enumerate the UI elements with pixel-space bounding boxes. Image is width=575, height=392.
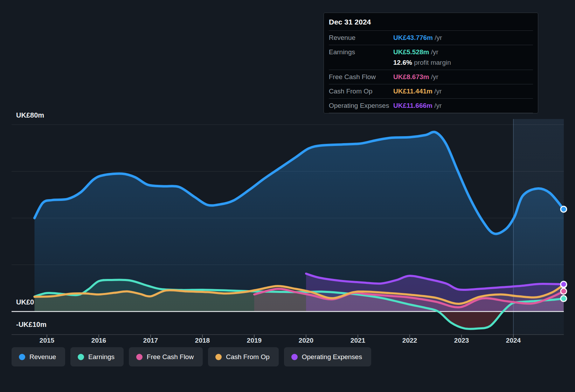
- tooltip-row-value: UK£11.666m /yr: [393, 101, 442, 111]
- chart-legend: RevenueEarningsFree Cash FlowCash From O…: [12, 347, 371, 366]
- end-marker-operating-expenses: [561, 281, 567, 287]
- tooltip-row-label: Earnings: [329, 47, 393, 57]
- tooltip-value-unit: /yr: [429, 73, 438, 80]
- tooltip-row-value: UK£8.673m /yr: [393, 72, 438, 82]
- cash-from-op-dot-icon: [215, 354, 222, 360]
- tooltip-row-label: Free Cash Flow: [329, 72, 393, 82]
- tooltip-row-label: Revenue: [329, 33, 393, 43]
- legend-item-operating-expenses[interactable]: Operating Expenses: [284, 347, 371, 366]
- revenue-dot-icon: [19, 354, 25, 360]
- legend-item-revenue[interactable]: Revenue: [12, 347, 65, 366]
- profit-margin-label: profit margin: [412, 59, 451, 66]
- tooltip-row-free-cash-flow: Free Cash FlowUK£8.673m /yr: [329, 70, 533, 84]
- legend-item-label: Operating Expenses: [302, 353, 362, 361]
- tooltip-value-unit: /yr: [432, 88, 442, 95]
- tooltip-value-unit: /yr: [432, 102, 442, 109]
- tooltip-row-label: Cash From Op: [329, 86, 393, 96]
- x-tick-label-2023: 2023: [446, 337, 477, 344]
- tooltip-date: Dec 31 2024: [329, 14, 533, 31]
- tooltip-row-earnings: EarningsUK£5.528m /yr12.6% profit margin: [329, 45, 533, 70]
- tooltip-row-value: UK£5.528m /yr12.6% profit margin: [393, 47, 451, 68]
- tooltip-row-value: UK£11.441m /yr: [393, 86, 442, 96]
- legend-item-label: Earnings: [88, 353, 115, 361]
- x-tick-label-2019: 2019: [238, 337, 270, 344]
- tooltip-row-cash-from-op: Cash From OpUK£11.441m /yr: [329, 84, 533, 99]
- tooltip-rows: RevenueUK£43.776m /yrEarningsUK£5.528m /…: [329, 31, 533, 113]
- x-tick-label-2018: 2018: [187, 337, 218, 344]
- tooltip-row-revenue: RevenueUK£43.776m /yr: [329, 31, 533, 45]
- tooltip-value-number: UK£5.528m: [393, 48, 429, 56]
- x-tick-label-2017: 2017: [135, 337, 166, 344]
- tooltip-value-number: UK£43.776m: [393, 34, 433, 41]
- end-marker-free-cash-flow: [561, 288, 567, 294]
- tooltip-value-number: UK£11.666m: [393, 102, 432, 109]
- x-tick-label-2015: 2015: [31, 337, 63, 344]
- y-axis-label-80m: UK£80m: [16, 111, 44, 119]
- x-tick-label-2020: 2020: [290, 337, 322, 344]
- x-tick-label-2022: 2022: [394, 337, 425, 344]
- tooltip-value-unit: /yr: [433, 34, 442, 41]
- tooltip-value-unit: /yr: [429, 48, 438, 56]
- legend-item-cash-from-op[interactable]: Cash From Op: [208, 347, 279, 366]
- legend-item-label: Cash From Op: [226, 353, 270, 361]
- tooltip-value-number: UK£11.441m: [393, 88, 432, 95]
- legend-item-label: Revenue: [29, 353, 56, 361]
- chart-tooltip: Dec 31 2024 RevenueUK£43.776m /yrEarning…: [324, 13, 538, 113]
- y-axis-label-neg10m: -UK£10m: [16, 321, 47, 329]
- tooltip-row-label: Operating Expenses: [329, 101, 393, 111]
- x-tick-label-2021: 2021: [342, 337, 374, 344]
- operating-expenses-dot-icon: [291, 354, 298, 360]
- legend-item-free-cash-flow[interactable]: Free Cash Flow: [129, 347, 203, 366]
- free-cash-flow-dot-icon: [136, 354, 143, 360]
- tooltip-row-value: UK£43.776m /yr: [393, 33, 442, 43]
- tooltip-row-operating-expenses: Operating ExpensesUK£11.666m /yr: [329, 99, 533, 113]
- profit-margin-value: 12.6%: [393, 59, 412, 66]
- financials-chart-panel: UK£80m UK£0 -UK£10m 20152016201720182019…: [0, 0, 575, 392]
- legend-item-label: Free Cash Flow: [147, 353, 194, 361]
- y-axis-label-0: UK£0: [16, 298, 34, 306]
- tooltip-value-number: UK£8.673m: [393, 73, 429, 80]
- x-tick-label-2016: 2016: [83, 337, 115, 344]
- end-marker-earnings: [561, 296, 567, 302]
- x-tick-label-2024: 2024: [498, 337, 529, 344]
- legend-item-earnings[interactable]: Earnings: [70, 347, 124, 366]
- series-area-earnings-negative: [35, 310, 564, 329]
- end-marker-revenue: [561, 206, 567, 212]
- earnings-dot-icon: [78, 354, 84, 360]
